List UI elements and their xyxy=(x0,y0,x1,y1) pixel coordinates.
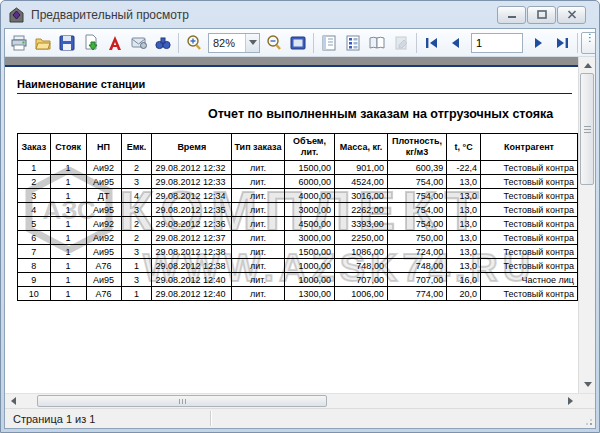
status-bar: Страница 1 из 1 xyxy=(5,408,595,428)
table-cell: 3000,00 xyxy=(284,203,334,217)
table-header-cell: Плотность, кг/м3 xyxy=(387,134,446,161)
vertical-scroll-thumb[interactable] xyxy=(580,73,594,185)
zoom-level-combo[interactable]: 82% xyxy=(208,33,260,53)
table-cell: лит. xyxy=(232,203,285,217)
two-page-view-button[interactable] xyxy=(365,31,389,55)
table-cell: 10 xyxy=(18,287,51,301)
table-header-cell: Стояк xyxy=(50,134,86,161)
next-page-icon xyxy=(531,36,545,50)
scroll-up-button[interactable] xyxy=(579,57,595,74)
table-row: 91Аи95329.08.2012 12:40лит.1000,00707,00… xyxy=(18,273,578,287)
table-cell: А76 xyxy=(86,287,121,301)
table-cell: 1000,00 xyxy=(284,273,334,287)
table-cell: 1006,00 xyxy=(335,287,388,301)
scroll-right-button[interactable] xyxy=(562,394,578,408)
zoom-level-value: 82% xyxy=(209,37,245,49)
horizontal-scrollbar[interactable] xyxy=(5,393,595,408)
table-cell: лит. xyxy=(232,175,285,189)
whole-page-button[interactable] xyxy=(286,31,310,55)
table-row: 51Аи92229.08.2012 12:36лит.4500,003393,0… xyxy=(18,217,578,231)
next-page-button[interactable] xyxy=(526,31,550,55)
maximize-button[interactable] xyxy=(527,6,556,24)
table-cell: 1 xyxy=(50,203,86,217)
table-cell: Тестовый контра xyxy=(481,189,578,203)
table-cell: лит. xyxy=(232,259,285,273)
preview-background xyxy=(5,57,595,65)
table-cell: 2 xyxy=(121,217,152,231)
table-row: 71Аи95329.08.2012 12:38лит.1500,001086,0… xyxy=(18,245,578,259)
table-row: 41Аи95329.08.2012 12:35лит.3000,002262,0… xyxy=(18,203,578,217)
table-cell: 754,00 xyxy=(387,175,446,189)
zoom-out-icon xyxy=(265,34,283,52)
open-button[interactable] xyxy=(31,31,55,55)
resize-grip[interactable] xyxy=(590,423,592,425)
close-button[interactable] xyxy=(557,6,586,24)
prev-page-button[interactable] xyxy=(444,31,468,55)
table-cell: 2 xyxy=(121,231,152,245)
edit-page-button[interactable] xyxy=(389,31,413,55)
table-cell: лит. xyxy=(232,161,285,175)
page-number-input[interactable] xyxy=(471,33,523,53)
table-cell: 1 xyxy=(50,245,86,259)
table-cell: Тестовый контра xyxy=(481,161,578,175)
table-cell: 724,00 xyxy=(387,245,446,259)
table-cell: лит. xyxy=(232,273,285,287)
save-button[interactable] xyxy=(55,31,79,55)
table-header-cell: Заказ xyxy=(18,134,51,161)
find-button[interactable] xyxy=(151,31,175,55)
horizontal-scroll-thumb[interactable] xyxy=(37,395,327,407)
table-cell: Тестовый контра xyxy=(481,203,578,217)
table-cell: 1 xyxy=(50,231,86,245)
table-cell: 29.08.2012 12:35 xyxy=(152,203,232,217)
chevron-down-icon xyxy=(249,40,257,45)
last-page-button[interactable] xyxy=(550,31,574,55)
table-cell: 4000,00 xyxy=(284,189,334,203)
pdf-button[interactable] xyxy=(103,31,127,55)
app-icon xyxy=(8,7,25,23)
zoom-in-button[interactable] xyxy=(182,31,206,55)
table-cell: 748,00 xyxy=(335,259,388,273)
first-page-button[interactable] xyxy=(420,31,444,55)
arrow-up-icon xyxy=(584,63,592,68)
minimize-button[interactable] xyxy=(497,6,526,24)
thumbnails-button[interactable] xyxy=(341,31,365,55)
station-rule xyxy=(17,93,572,94)
table-cell: Аи95 xyxy=(86,203,121,217)
client-area: 82% xyxy=(4,28,596,429)
table-cell: Аи92 xyxy=(86,231,121,245)
report-page: Наименование станции Отчет по выполненны… xyxy=(5,67,578,393)
export-button[interactable] xyxy=(79,31,103,55)
scroll-left-button[interactable] xyxy=(5,394,21,408)
table-cell: 13,0 xyxy=(447,231,481,245)
titlebar[interactable]: Предварительный просмотр xyxy=(4,1,596,28)
table-cell: лит. xyxy=(232,189,285,203)
vertical-scrollbar[interactable] xyxy=(578,57,595,393)
printer-icon xyxy=(10,34,28,52)
table-cell: 9 xyxy=(18,273,51,287)
table-row: 31ДТ429.08.2012 12:34лит.4000,003016,007… xyxy=(18,189,578,203)
table-cell: 13,0 xyxy=(447,259,481,273)
table-cell: 13,0 xyxy=(447,203,481,217)
mail-icon xyxy=(130,34,148,52)
table-cell: 754,00 xyxy=(387,217,446,231)
zoom-out-button[interactable] xyxy=(262,31,286,55)
table-cell: Тестовый контра xyxy=(481,231,578,245)
page-settings-button[interactable] xyxy=(317,31,341,55)
email-button[interactable] xyxy=(127,31,151,55)
table-cell: 750,00 xyxy=(387,231,446,245)
export-page-icon xyxy=(82,34,100,52)
print-button[interactable] xyxy=(7,31,31,55)
table-row: 81А76129.08.2012 12:38лит.1000,00748,007… xyxy=(18,259,578,273)
table-cell: 1 xyxy=(50,259,86,273)
zoom-combo-dropdown[interactable] xyxy=(245,34,259,52)
table-row: 61Аи92229.08.2012 12:37лит.3000,002250,0… xyxy=(18,231,578,245)
table-cell: лит. xyxy=(232,217,285,231)
scroll-down-button[interactable] xyxy=(579,376,595,393)
table-cell: 3000,00 xyxy=(284,231,334,245)
table-cell: Аи95 xyxy=(86,273,121,287)
table-header-cell: Время xyxy=(152,134,232,161)
pdf-icon xyxy=(106,34,124,52)
table-cell: 774,00 xyxy=(387,287,446,301)
table-header-cell: Контрагент xyxy=(481,134,578,161)
toolbar-overflow-button[interactable]: ⋮ xyxy=(581,32,595,54)
